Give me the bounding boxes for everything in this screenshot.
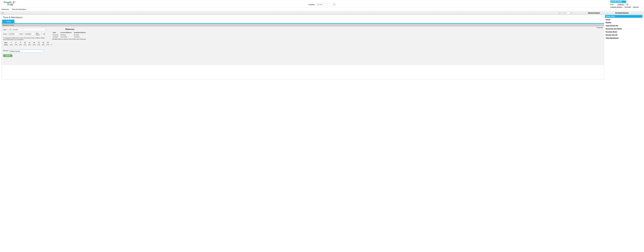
balances-panel: Balances Type Current Balance Available …	[52, 28, 88, 40]
company-selector: Company : SS Tech	[308, 3, 336, 6]
company-value: SS Tech	[317, 4, 322, 5]
start-label: Start:*	[3, 33, 7, 35]
hours-cell[interactable]: 8.00	[41, 44, 46, 46]
company-dropdown[interactable]: SS Tech	[316, 3, 336, 6]
ql-paycheck[interactable]: Paycheck History	[605, 30, 642, 33]
search-input[interactable]	[557, 12, 570, 14]
days-table: Days 7 8 9 10 11 12 13 14 15 Hours	[3, 42, 53, 46]
role-dropdown[interactable]: Employee	[617, 3, 628, 6]
start-date-input[interactable]	[8, 33, 18, 35]
ql-clock[interactable]: Clock In/Clock Out	[605, 24, 642, 27]
company-directory-link[interactable]: Company Directory	[610, 6, 622, 8]
role-row: Role : Employee	[610, 3, 628, 6]
left-panel: Time & Attendance Leave Request Leave X …	[2, 15, 604, 79]
role-label: Role :	[610, 4, 614, 5]
main-wrap: Time & Attendance Leave Request Leave X …	[2, 15, 642, 79]
search-input-wrap[interactable]	[557, 12, 572, 14]
balance-row: Personal 35 Days 35 Days	[52, 34, 88, 36]
type-label: Type:*	[3, 29, 7, 30]
hours-row-label: Hours	[3, 44, 9, 46]
cancel-button[interactable]: X Cancel	[597, 27, 603, 28]
instructions: To change the default hours, click in th…	[3, 37, 47, 41]
saved-searches-link[interactable]: My Saved Searches	[615, 12, 628, 14]
max-hours-input[interactable]	[43, 33, 47, 35]
user-name-badge: Jennifer Smith	[610, 1, 626, 3]
type-value: [ Vac ] Vacation	[9, 29, 18, 30]
ql-documents[interactable]: Documents and Policies	[605, 27, 642, 30]
top-header: People Trak Company : SS Tech Jennifer S…	[0, 0, 644, 8]
ql-talent[interactable]: Talent Management	[605, 36, 642, 40]
end-label: End:*	[20, 33, 23, 35]
nav-employees[interactable]: Employees	[2, 9, 10, 10]
quick-links-header: Quick Links	[605, 15, 642, 18]
days-header-row: Days 7 8 9 10 11 12 13 14 15	[3, 42, 53, 44]
type-dropdown[interactable]: [ Vac ] Vacation	[8, 28, 47, 31]
page-title: Time & Attendance	[2, 15, 604, 19]
hours-cell[interactable]: 8.00	[18, 44, 23, 46]
chevron-down-icon	[333, 3, 336, 6]
reason-input[interactable]	[9, 50, 44, 53]
user-block: Jennifer Smith Role : Employee Company D…	[610, 1, 639, 8]
company-label: Company :	[308, 4, 316, 5]
hours-cell[interactable]: 8.00	[32, 44, 36, 46]
hours-cell[interactable]: 8	[50, 44, 53, 46]
advanced-search-link[interactable]: Advanced Search	[588, 12, 600, 14]
end-date-input[interactable]	[24, 33, 35, 35]
tab-leave[interactable]: Leave	[2, 20, 14, 23]
logo: People Trak	[4, 1, 13, 6]
hours-cell[interactable]: 8.00	[23, 44, 27, 46]
leave-form: Type:* [ Vac ] Vacation Start:* End:* Ma…	[3, 28, 47, 57]
svg-point-0	[13, 1, 14, 2]
nav-time-attendance[interactable]: Time And Attendance	[12, 9, 28, 10]
org-chart-link[interactable]: Org Chart	[625, 6, 631, 8]
balances-table: Type Current Balance Available Balance P…	[52, 31, 88, 38]
hours-row: Hours 8.00 8.00 8.00 8.00 8.00 8.00 8.00…	[3, 44, 53, 46]
refresh-icon[interactable]	[2, 12, 4, 14]
signout-link[interactable]: Sign Out	[633, 6, 638, 8]
hours-cell[interactable]: 8.00	[27, 44, 32, 46]
chevron-down-icon	[44, 29, 47, 30]
ql-request-time-off[interactable]: Request Time Off	[605, 33, 642, 36]
submit-button[interactable]: Submit	[3, 54, 12, 57]
reason-label: Reason:	[3, 50, 8, 51]
ql-assets[interactable]: Assets	[605, 18, 642, 21]
header-links: Company Directory | Org Chart | Sign Out	[610, 6, 639, 8]
hours-cell[interactable]: 8.00	[36, 44, 41, 46]
form-body: X Cancel Type:* [ Vac ] Vacation Start:*…	[2, 27, 604, 65]
nav-row: Employees Time And Attendance	[0, 8, 644, 11]
right-panel: Quick Links Assets Benefits Clock In/Clo…	[605, 15, 642, 40]
hours-cell[interactable]: 8.00	[9, 44, 14, 46]
search-dropdown-icon[interactable]	[570, 12, 572, 14]
hours-cell[interactable]: 8.00	[46, 44, 50, 46]
tab-row: Leave	[2, 20, 604, 24]
balance-row: Vacation 118 Hours 13 Hours	[52, 36, 88, 38]
max-hours-label: Max Hours	[36, 33, 40, 36]
section-header: Request Leave	[2, 24, 604, 27]
ql-benefits[interactable]: Benefits	[605, 21, 642, 24]
days-row-label: Days	[3, 42, 9, 44]
search-strip: Advanced Search My Saved Searches	[0, 11, 644, 15]
balances-title: Balances	[52, 28, 88, 31]
quick-links-list: Assets Benefits Clock In/Clock Out Docum…	[605, 18, 642, 40]
balances-note: (Available Balance includes Future-Dated…	[52, 39, 88, 40]
logo-swoosh-icon	[11, 1, 16, 6]
hours-cell[interactable]: 8.00	[14, 44, 18, 46]
